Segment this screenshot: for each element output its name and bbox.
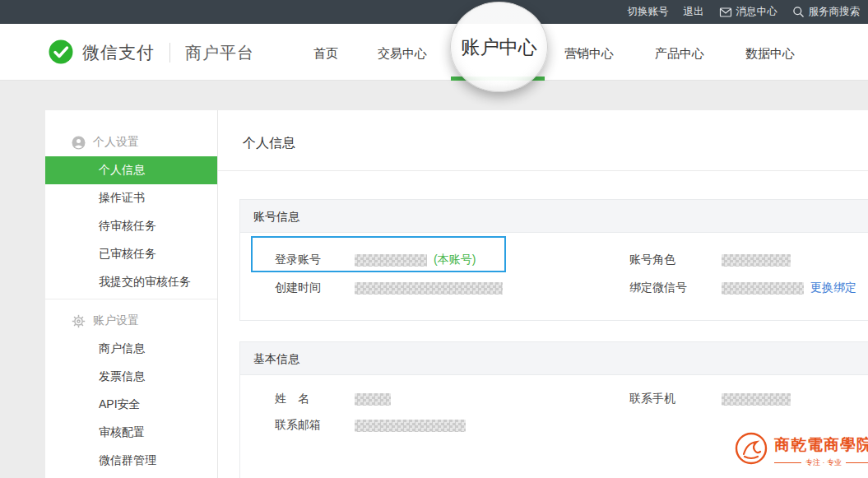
watermark-emblem-icon [732, 430, 770, 471]
sidebar-item-invoice-info[interactable]: 发票信息 [45, 363, 217, 391]
sidebar-section-account-settings: 账户设置 [45, 307, 217, 335]
contact-phone-redacted-value [722, 393, 791, 406]
sidebar-item-personal-info[interactable]: 个人信息 [45, 156, 217, 184]
contact-phone-row: 联系手机 [629, 392, 791, 406]
envelope-icon [719, 7, 732, 18]
account-panel-title: 账号信息 [240, 200, 868, 233]
sidebar-item-wechat-group-mgmt[interactable]: 微信群管理 [45, 447, 217, 475]
title-divider [218, 170, 868, 171]
contact-phone-label: 联系手机 [629, 392, 722, 406]
account-role-label: 账号角色 [629, 253, 722, 267]
bound-wechat-label: 绑定微信号 [629, 281, 722, 295]
nav-item-account-center[interactable]: 账户中心 [462, 35, 537, 60]
account-role-redacted-value [722, 254, 791, 267]
created-time-row: 创建时间 [275, 281, 503, 295]
topbar: 切换账号 退出 消息中心 服务商搜索 [0, 0, 868, 24]
page-title: 个人信息 [243, 135, 295, 152]
login-account-row: 登录账号 (本账号) [275, 253, 476, 267]
search-icon [792, 6, 805, 18]
sidebar-item-merchant-info[interactable]: 商户信息 [45, 335, 217, 363]
switch-account-link[interactable]: 切换账号 [628, 5, 669, 19]
sidebar-item-my-submitted-tasks[interactable]: 我提交的审核任务 [45, 268, 217, 296]
wechat-pay-logo[interactable]: 微信支付 商户平台 [47, 38, 254, 67]
gear-icon [72, 314, 86, 328]
nav-item-data[interactable]: 数据中心 [745, 47, 795, 60]
sidebar-item-api-security[interactable]: API安全 [45, 391, 217, 419]
account-role-row: 账号角色 [629, 253, 791, 267]
message-center-link[interactable]: 消息中心 [719, 5, 777, 19]
contact-email-redacted-value [355, 420, 466, 432]
sidebar-section-title: 账户设置 [93, 313, 139, 328]
bound-wechat-row: 绑定微信号 更换绑定 [629, 281, 856, 295]
sidebar-item-review-config[interactable]: 审核配置 [45, 419, 217, 447]
created-time-redacted-value [355, 282, 503, 295]
magnifier-circle-highlight: 账户中心 [450, 2, 548, 92]
sidebar-section-personal-settings: 个人设置 [45, 128, 217, 156]
rebind-link[interactable]: 更换绑定 [810, 281, 856, 295]
sidebar-item-pending-tasks[interactable]: 待审核任务 [45, 212, 217, 240]
nav-item-trade[interactable]: 交易中心 [378, 47, 427, 60]
platform-name: 商户平台 [185, 42, 254, 64]
service-search-label: 服务商搜索 [809, 5, 861, 19]
watermark-name: 商乾電商學院 [774, 434, 868, 456]
login-account-label: 登录账号 [275, 253, 355, 267]
name-row: 姓 名 [275, 392, 391, 406]
header: 微信支付 商户平台 首页 交易中心 营销中心 产品中心 数据中心 [0, 24, 868, 81]
message-center-label: 消息中心 [736, 5, 777, 19]
basic-panel-title: 基本信息 [240, 342, 868, 375]
wechat-pay-icon [47, 39, 75, 67]
nav-item-product[interactable]: 产品中心 [655, 47, 704, 60]
login-account-redacted-value [355, 254, 427, 267]
this-account-badge: (本账号) [434, 253, 476, 267]
logout-link[interactable]: 退出 [684, 5, 704, 19]
name-redacted-value [355, 393, 391, 406]
watermark-tagline: 专注 · 专业 [774, 457, 868, 468]
user-icon [72, 136, 86, 150]
sidebar-section-title: 个人设置 [93, 135, 139, 150]
account-info-panel: 账号信息 登录账号 (本账号) 创建时间 账号角色 绑定微信号 更换绑定 [239, 199, 868, 321]
sidebar-item-reviewed-tasks[interactable]: 已审核任务 [45, 240, 217, 268]
main-content: 个人信息 账号信息 登录账号 (本账号) 创建时间 账号角色 绑定微信号 更换绑… [218, 110, 868, 478]
bound-wechat-redacted-value [722, 282, 804, 295]
sidebar: 个人设置 个人信息 操作证书 待审核任务 已审核任务 我提交的审核任务 账户设置… [45, 110, 218, 478]
watermark-logo: 商乾電商學院 专注 · 专业 [732, 430, 868, 471]
contact-email-row: 联系邮箱 [275, 418, 466, 433]
sidebar-item-operation-cert[interactable]: 操作证书 [45, 184, 217, 212]
brand-name: 微信支付 [82, 41, 155, 64]
created-time-label: 创建时间 [275, 281, 355, 295]
sidebar-divider [45, 299, 217, 299]
service-search-link[interactable]: 服务商搜索 [792, 5, 861, 19]
nav-item-marketing[interactable]: 营销中心 [564, 47, 614, 60]
name-label: 姓 名 [275, 392, 355, 406]
logo-divider [169, 43, 170, 63]
contact-email-label: 联系邮箱 [275, 418, 355, 433]
nav-item-home[interactable]: 首页 [313, 47, 338, 60]
